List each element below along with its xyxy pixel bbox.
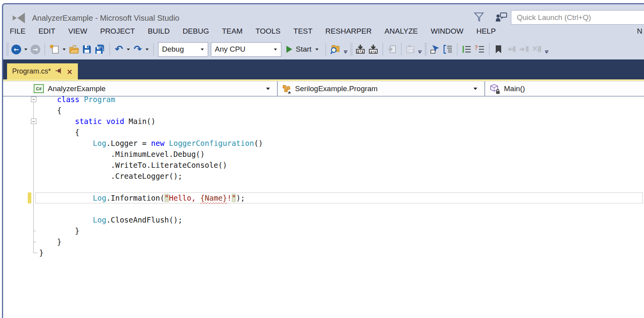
code-token	[39, 117, 75, 126]
code-lines: class Program { static void Main() { Log…	[0, 94, 644, 258]
code-line-5[interactable]: Log.Logger = new LoggerConfiguration()	[0, 138, 644, 149]
code-line-3[interactable]: static void Main()	[0, 116, 644, 127]
redo-dropdown-icon[interactable]	[146, 49, 149, 50]
new-item-dropdown-icon[interactable]	[63, 49, 66, 50]
code-line-6[interactable]: .MinimumLevel.Debug()	[0, 149, 644, 160]
menu-item-view[interactable]: VIEW	[68, 27, 87, 36]
navigate-to-file-button[interactable]	[387, 41, 397, 57]
open-file-button[interactable]	[69, 41, 79, 57]
clear-bookmarks-button[interactable]	[532, 41, 542, 57]
code-token: ()	[254, 139, 263, 147]
save-all-button[interactable]	[94, 41, 105, 57]
pin-icon[interactable]	[56, 68, 62, 75]
type-dropdown[interactable]: SerilogExample.Program	[295, 84, 378, 93]
toolbar-overflow-button[interactable]	[418, 50, 422, 54]
solution-platform-select[interactable]: Any CPU	[211, 42, 281, 57]
code-line-12[interactable]: Log.CloseAndFlush();	[0, 214, 644, 225]
code-line-13[interactable]: }	[0, 225, 644, 236]
chevron-down-icon[interactable]	[473, 88, 477, 90]
toolbar-grip[interactable]	[350, 43, 353, 56]
toolbar-grip[interactable]	[6, 43, 9, 56]
project-dropdown[interactable]: AnalyzerExample	[48, 84, 106, 93]
menu-item-analyze[interactable]: ANALYZE	[385, 27, 418, 36]
code-line-14[interactable]: }	[0, 236, 644, 247]
previous-bookmark-button[interactable]	[506, 41, 516, 57]
toolbar-overflow-button[interactable]	[545, 50, 549, 54]
code-line-15[interactable]: }	[0, 247, 644, 258]
comment-selection-button[interactable]: ?	[475, 41, 485, 57]
code-line-4[interactable]: {	[0, 127, 644, 138]
code-token: Main()	[129, 117, 156, 126]
member-dropdown[interactable]: Main()	[504, 84, 525, 93]
new-item-button[interactable]	[49, 41, 59, 57]
menu-item-tools[interactable]: TOOLS	[255, 27, 281, 36]
line-indent-button[interactable]	[462, 41, 472, 57]
code-editor[interactable]: class Program { static void Main() { Log…	[0, 97, 644, 318]
menu-item-build[interactable]: BUILD	[148, 27, 170, 36]
start-label: Start	[296, 45, 311, 54]
save-button[interactable]	[82, 41, 92, 57]
quick-launch-input[interactable]	[511, 10, 644, 25]
menu-right-text: N	[637, 27, 642, 36]
code-token: Log	[93, 194, 106, 202]
code-token: static	[75, 117, 102, 126]
menu-item-resharper[interactable]: RESHARPER	[326, 27, 372, 36]
toolbar-separator	[45, 43, 45, 56]
code-line-8[interactable]: .CreateLogger();	[0, 171, 644, 181]
start-dropdown-icon[interactable]	[315, 49, 318, 50]
bookmark-button[interactable]	[494, 41, 503, 57]
code-line-2[interactable]: {	[0, 105, 644, 116]
code-token	[164, 139, 169, 147]
code-token: );	[236, 194, 245, 202]
code-line-9[interactable]	[0, 181, 644, 192]
menu-item-help[interactable]: HELP	[476, 27, 496, 36]
menu-item-edit[interactable]: EDIT	[38, 27, 55, 36]
tab-label: Program.cs*	[12, 67, 51, 75]
solution-configuration-select[interactable]: Debug	[158, 42, 208, 57]
code-token: .Information(	[106, 194, 165, 202]
navigate-back-dropdown-icon[interactable]	[24, 49, 27, 50]
document-outline-button[interactable]	[443, 41, 453, 57]
undo-dropdown-icon[interactable]	[127, 49, 130, 50]
close-icon[interactable]: ×	[67, 68, 73, 75]
code-token: new	[151, 139, 164, 147]
code-line-11[interactable]	[0, 203, 644, 214]
next-bookmark-button[interactable]	[519, 41, 529, 57]
menu-item-window[interactable]: WINDOW	[431, 27, 463, 36]
start-debugging-button[interactable]: Start	[284, 45, 321, 54]
menu-item-test[interactable]: TEST	[293, 27, 313, 36]
navigate-back-button[interactable]: ←	[11, 41, 21, 57]
code-token	[39, 216, 93, 224]
toolbar-overflow-button[interactable]	[344, 50, 347, 54]
code-token: Program	[84, 95, 115, 104]
code-token: {Name}	[200, 194, 227, 202]
toolbar-separator	[110, 43, 110, 56]
menu-item-debug[interactable]: DEBUG	[183, 27, 209, 36]
navigate-forward-button[interactable]: →	[31, 41, 40, 57]
select-pointer-button[interactable]	[430, 41, 440, 57]
code-line-10[interactable]: Log.Information("Hello, {Name}!");	[0, 192, 644, 203]
clear-grid-button[interactable]	[406, 41, 415, 57]
window-title: AnalyzerExample - Microsoft Visual Studi…	[32, 14, 179, 23]
tab-program-cs[interactable]: Program.cs* ×	[7, 63, 78, 79]
deploy-drop-a-button[interactable]	[355, 41, 365, 57]
code-line-1[interactable]: class Program	[0, 94, 644, 105]
menu-item-team[interactable]: TEAM	[222, 27, 243, 36]
toolbar-grip[interactable]	[425, 43, 427, 56]
code-token: .WriteTo.LiterateConsole()	[39, 161, 227, 169]
feedback-icon[interactable]	[495, 12, 508, 24]
menu-item-file[interactable]: FILE	[10, 27, 25, 36]
code-token: Log	[93, 139, 106, 147]
undo-button[interactable]: ↶	[114, 41, 124, 57]
deploy-drop-b-button[interactable]	[368, 41, 378, 57]
chevron-down-icon[interactable]	[266, 88, 270, 90]
redo-button[interactable]: ↷	[133, 41, 142, 57]
code-token: }	[39, 226, 79, 235]
toolbar-separator	[326, 43, 326, 56]
filter-funnel-icon[interactable]	[473, 11, 484, 25]
find-in-files-button[interactable]	[330, 41, 341, 57]
code-line-7[interactable]: .WriteTo.LiterateConsole()	[0, 160, 644, 171]
menu-item-project[interactable]: PROJECT	[100, 27, 135, 36]
code-token: .Logger =	[106, 139, 151, 147]
code-token: .MinimumLevel.Debug()	[39, 150, 205, 158]
